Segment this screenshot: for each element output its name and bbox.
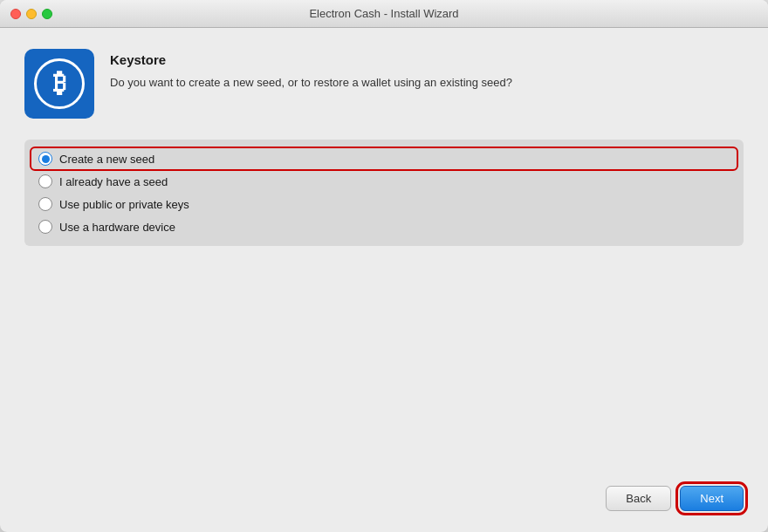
next-button[interactable]: Next — [680, 486, 744, 511]
section-description: Do you want to create a new seed, or to … — [110, 74, 512, 92]
radio-option-already-have-seed[interactable]: I already have a seed — [38, 174, 730, 188]
traffic-lights — [10, 9, 52, 19]
radio-label-create-new-seed: Create a new seed — [59, 153, 154, 166]
radio-option-public-private-keys[interactable]: Use public or private keys — [38, 197, 730, 211]
radio-option-create-new-seed[interactable]: Create a new seed — [31, 148, 737, 169]
radio-label-already-have-seed: I already have a seed — [59, 175, 168, 188]
bottom-button-bar: Back Next — [24, 475, 744, 518]
radio-label-public-private-keys: Use public or private keys — [59, 198, 189, 211]
header-text: Keystore Do you want to create a new see… — [110, 49, 512, 92]
bitcoin-icon: ₿ — [53, 70, 66, 96]
maximize-button[interactable] — [42, 9, 52, 19]
minimize-button[interactable] — [26, 9, 37, 19]
radio-button-hardware-device[interactable] — [38, 220, 52, 234]
radio-label-hardware-device: Use a hardware device — [59, 221, 175, 234]
app-logo: ₿ — [24, 49, 94, 119]
section-title: Keystore — [110, 52, 512, 67]
header-section: ₿ Keystore Do you want to create a new s… — [24, 49, 744, 119]
radio-option-hardware-device[interactable]: Use a hardware device — [38, 220, 730, 234]
back-button[interactable]: Back — [606, 486, 671, 511]
close-button[interactable] — [10, 9, 21, 19]
radio-button-public-private-keys[interactable] — [38, 197, 52, 211]
main-content: ₿ Keystore Do you want to create a new s… — [0, 28, 768, 532]
radio-inner-dot — [42, 155, 50, 163]
radio-button-create-new-seed[interactable] — [38, 152, 52, 166]
window-title: Electron Cash - Install Wizard — [309, 7, 458, 20]
app-window: Electron Cash - Install Wizard ₿ Keystor… — [0, 0, 768, 532]
keystore-options-group: Create a new seed I already have a seed … — [24, 140, 744, 246]
title-bar: Electron Cash - Install Wizard — [0, 0, 768, 28]
bitcoin-circle: ₿ — [34, 58, 85, 109]
radio-button-already-have-seed[interactable] — [38, 174, 52, 188]
